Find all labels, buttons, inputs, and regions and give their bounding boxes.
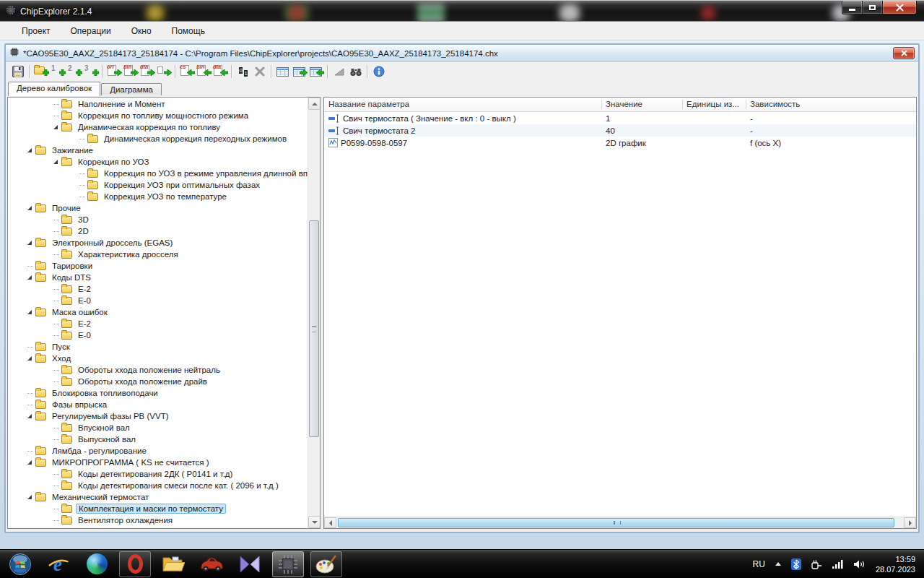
network-signal-icon[interactable] xyxy=(832,559,844,569)
import-bin-button[interactable]: bin xyxy=(195,64,212,79)
tree-item[interactable]: Коды DTS xyxy=(8,272,308,283)
add-map-1-button[interactable]: 1 xyxy=(49,64,66,79)
tree-item[interactable]: E-0 xyxy=(8,295,308,306)
taskbar-item-edge[interactable] xyxy=(81,551,113,577)
document-close-button[interactable] xyxy=(893,47,915,59)
tree-item[interactable]: Вентилятор охлаждения xyxy=(8,514,308,526)
tree-vertical-scrollbar[interactable] xyxy=(308,98,320,528)
tree-item[interactable]: Наполнение и Момент xyxy=(8,98,308,110)
menu-item-3[interactable]: Помощь xyxy=(163,24,214,38)
tree-item[interactable]: Лямбда - регулирование xyxy=(8,445,308,457)
add-folder-button[interactable] xyxy=(32,64,49,79)
tree-item[interactable]: E-2 xyxy=(8,283,308,295)
menu-item-2[interactable]: Окно xyxy=(123,24,160,38)
expand-arrow-icon[interactable] xyxy=(25,148,34,152)
tree-item[interactable]: E-2 xyxy=(8,318,308,329)
tree-item[interactable]: 3D xyxy=(8,214,308,225)
save-button[interactable] xyxy=(9,64,26,79)
taskbar-item-chipexplorer[interactable] xyxy=(272,551,304,577)
column-header[interactable]: Значение xyxy=(601,98,682,111)
expand-arrow-icon[interactable] xyxy=(25,495,34,499)
tree-item[interactable]: Коррекция УОЗ при оптимальных фазах xyxy=(8,179,308,191)
hidden-icons-arrow[interactable] xyxy=(775,561,782,566)
expand-arrow-icon[interactable] xyxy=(51,125,60,129)
bluetooth-icon[interactable] xyxy=(791,558,801,570)
column-header[interactable]: Зависимость xyxy=(746,98,915,111)
tree-item[interactable]: Механический термостат xyxy=(8,491,308,503)
export-file-button[interactable] xyxy=(155,64,172,79)
tree-item[interactable]: Коррекция по УОЗ xyxy=(8,156,308,168)
export-bin-button[interactable]: bin xyxy=(122,64,139,79)
tree-item[interactable]: Регулируемый фазы РВ (VVT) xyxy=(8,410,308,422)
import-dta-button[interactable]: dta xyxy=(212,64,228,79)
minimize-button[interactable] xyxy=(842,1,863,14)
tree-item[interactable]: Хход xyxy=(8,353,308,364)
tree-item[interactable]: Впускной вал xyxy=(8,422,308,434)
tree-item[interactable]: Обороты ххода положение драйв xyxy=(8,376,308,387)
table-row[interactable]: Свич термостата 240- xyxy=(324,124,916,137)
tree-item[interactable]: Пуск xyxy=(8,341,308,353)
table-row[interactable]: Свич термостата ( Значение - вкл : 0 - в… xyxy=(324,112,916,124)
expand-arrow-icon[interactable] xyxy=(25,460,34,465)
taskbar-item-car-app[interactable] xyxy=(196,551,227,577)
tree-item[interactable]: Обороты ххода положение нейтраль xyxy=(8,364,308,376)
power-plug-icon[interactable] xyxy=(811,558,822,570)
tree-item[interactable]: Маска ошибок xyxy=(8,306,308,318)
tree-item[interactable]: Зажигание xyxy=(8,144,308,156)
menu-item-1[interactable]: Операции xyxy=(62,24,120,38)
tree-item[interactable]: Электронный дроссель (EGAS) xyxy=(8,237,308,249)
tree-item[interactable]: Выпускной вал xyxy=(8,434,308,445)
info-button[interactable] xyxy=(370,64,387,79)
tree-item[interactable]: Коды детектирования смеси после кат. ( 2… xyxy=(8,480,308,491)
scroll-right-button[interactable] xyxy=(904,517,916,528)
tree-item[interactable]: Комплектация и маски по термостату xyxy=(8,503,308,514)
column-header[interactable]: Единицы из... xyxy=(682,98,746,111)
expand-arrow-icon[interactable] xyxy=(25,310,34,314)
taskbar-item-paint[interactable] xyxy=(310,551,342,577)
tree-item[interactable]: Тарировки xyxy=(8,260,308,272)
table-row[interactable]: P0599-0598-05972D графикf (ось X) xyxy=(324,137,916,149)
add-map-2-button[interactable]: 2 xyxy=(66,64,82,79)
tree-item[interactable]: МИКРОПРОГРАММА ( KS не считается ) xyxy=(8,457,308,468)
tree-item[interactable]: Коррекция по топливу мощностного режима xyxy=(8,110,308,121)
tree-item[interactable]: Фазы впрыска xyxy=(8,399,308,410)
language-indicator[interactable]: RU xyxy=(753,559,765,569)
volume-icon[interactable] xyxy=(853,559,866,569)
expand-arrow-icon[interactable] xyxy=(25,241,34,245)
tab-diagram[interactable]: Диаграмма xyxy=(101,83,162,95)
expand-arrow-icon[interactable] xyxy=(25,356,34,361)
clock[interactable]: 13:59 28.07.2023 xyxy=(876,554,915,574)
search-button[interactable] xyxy=(347,64,364,79)
taskbar-item-internet-explorer[interactable]: e xyxy=(43,551,74,577)
export-dta-button[interactable]: dta xyxy=(139,64,155,79)
import-cs-button[interactable]: cs xyxy=(178,64,195,79)
tab-calibration-tree[interactable]: Дерево калибровок xyxy=(8,82,100,96)
tree-item[interactable]: Блокировка топливоподачи xyxy=(8,387,308,399)
scroll-down-button[interactable] xyxy=(308,516,321,528)
tree-item[interactable]: Характеристика дросселя xyxy=(8,249,308,260)
table-view-button[interactable] xyxy=(274,64,291,79)
column-header[interactable]: Название параметра xyxy=(324,98,601,111)
tree-item[interactable]: Динамическая коррекция переходных режимо… xyxy=(8,133,308,144)
binary-view-button[interactable]: 01 xyxy=(235,64,251,79)
start-button[interactable] xyxy=(4,551,36,577)
tree-item[interactable]: Коррекция по УОЗ в режиме управления дли… xyxy=(8,168,308,179)
tree-item[interactable]: 2D xyxy=(8,225,308,237)
export-ori-button[interactable]: ori xyxy=(105,64,122,79)
expand-arrow-icon[interactable] xyxy=(51,160,60,164)
scroll-up-button[interactable] xyxy=(308,98,321,110)
scrollbar-thumb[interactable] xyxy=(338,518,894,527)
expand-arrow-icon[interactable] xyxy=(25,275,34,280)
menu-item-0[interactable]: Проект xyxy=(13,24,59,38)
add-map-3-button[interactable]: 3 xyxy=(82,64,99,79)
tree-item[interactable]: Коррекция УОЗ по температуре xyxy=(8,191,308,202)
taskbar-item-opera[interactable] xyxy=(119,551,151,577)
expand-arrow-icon[interactable] xyxy=(25,206,34,210)
close-button[interactable] xyxy=(883,1,917,14)
scroll-left-button[interactable] xyxy=(324,517,336,528)
tree-item[interactable]: Коды детектирования 2ДК ( P0141 и т.д) xyxy=(8,468,308,480)
tree-item[interactable]: Динамическая коррекция по топливу xyxy=(8,121,308,133)
maximize-button[interactable] xyxy=(863,1,883,14)
tree-item[interactable]: E-0 xyxy=(8,329,308,341)
taskbar-item-kmplayer[interactable] xyxy=(234,551,266,577)
